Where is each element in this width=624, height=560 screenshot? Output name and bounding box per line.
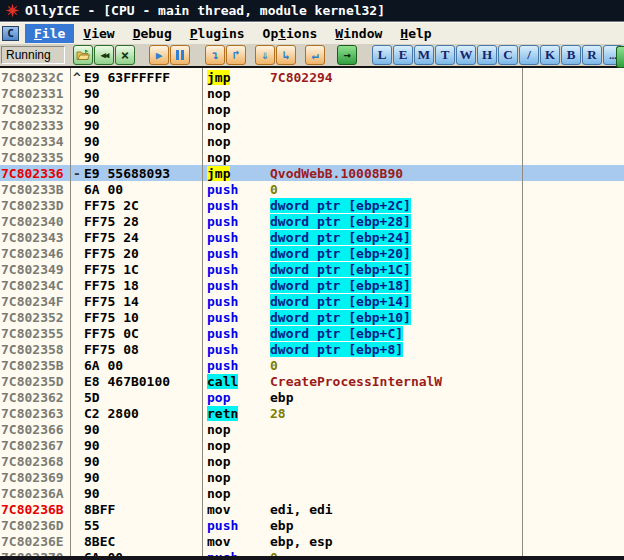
disasm-row[interactable]: 7C80236990nop (0, 469, 624, 485)
menu-item-debug[interactable]: Debug (124, 24, 181, 43)
mnemonic: nop (207, 86, 230, 101)
mnemonic-cell: pop (207, 390, 270, 405)
disasm-row[interactable]: 7C802340FF75 28pushdword ptr [ebp+28] (0, 213, 624, 229)
mnemonic-cell: nop (207, 470, 270, 485)
disasm-row[interactable]: 7C80236D55pushebp (0, 517, 624, 533)
disasm-row[interactable]: 7C80236890nop (0, 453, 624, 469)
menu-label-accel: F (34, 26, 42, 41)
operand-cell: 7C802294 (270, 70, 624, 85)
disasm-row[interactable]: 7C80233190nop (0, 85, 624, 101)
disasm-row[interactable]: 7C802343FF75 24pushdword ptr [ebp+24] (0, 229, 624, 245)
menu-item-file[interactable]: File (25, 24, 74, 43)
restart-button[interactable]: ◀◀ (94, 45, 114, 65)
hex-bytes-cell: 8BEC (84, 534, 202, 549)
disasm-row[interactable]: 7C802349FF75 1Cpushdword ptr [ebp+1C] (0, 261, 624, 277)
hex-bytes-cell: 90 (84, 470, 202, 485)
menu-item-view[interactable]: View (74, 24, 123, 43)
view-cpu-button[interactable]: C (498, 45, 518, 65)
menu-item-help[interactable]: Help (391, 24, 440, 43)
execute-till-user-button[interactable]: → (337, 45, 357, 65)
step-over-button[interactable]: ↱ (226, 45, 246, 65)
disasm-row[interactable]: 7C802336-E9 55688093jmpQvodWebB.10008B90 (0, 165, 624, 181)
view-windows-button[interactable]: W (456, 45, 476, 65)
disasm-row[interactable]: 7C802363C2 2800retn28 (0, 405, 624, 421)
comment-column-separator[interactable] (522, 68, 523, 560)
disasm-row[interactable]: 7C802346FF75 20pushdword ptr [ebp+20] (0, 245, 624, 261)
operand-cell: dword ptr [ebp+18] (270, 278, 624, 293)
disasm-row[interactable]: 7C80233B6A 00push0 (0, 181, 624, 197)
mnemonic-cell: nop (207, 438, 270, 453)
disasm-row[interactable]: 7C80235B6A 00push0 (0, 357, 624, 373)
disasm-row[interactable]: 7C80233590nop (0, 149, 624, 165)
menu-item-window[interactable]: Window (326, 24, 391, 43)
return-icon: ↵ (311, 49, 318, 61)
toolbar-letter-label: / (527, 47, 531, 63)
view-patches-button[interactable]: / (519, 45, 539, 65)
address-cell: 7C802352 (0, 310, 70, 325)
operand-cell: dword ptr [ebp+2C] (270, 198, 624, 213)
step-into-button[interactable]: ↴ (205, 45, 225, 65)
disasm-row[interactable]: 7C80233390nop (0, 117, 624, 133)
open-file-button[interactable] (73, 45, 93, 65)
address-cell: 7C80236D (0, 518, 70, 533)
animate-over-button[interactable]: ↳ (276, 45, 296, 65)
disasm-row[interactable]: 7C80232C^E9 63FFFFFFjmp7C802294 (0, 69, 624, 85)
mnemonic: push (207, 278, 238, 293)
menu-label-accel: t (278, 26, 286, 41)
animate-into-button[interactable]: ⇓ (255, 45, 275, 65)
mnemonic-cell: push (207, 358, 270, 373)
toolbar-partial-button[interactable] (616, 46, 624, 68)
run-button[interactable]: ▶ (149, 45, 169, 65)
view-threads-button[interactable]: T (435, 45, 455, 65)
view-breakpoints-button[interactable]: B (561, 45, 581, 65)
disasm-row[interactable]: 7C80236E8BECmovebp, esp (0, 533, 624, 549)
mnemonic-cell: nop (207, 150, 270, 165)
disasm-row[interactable]: 7C80236690nop (0, 421, 624, 437)
address-cell: 7C802340 (0, 214, 70, 229)
mnemonic: push (207, 518, 238, 533)
disassembly-pane[interactable]: 7C80232C^E9 63FFFFFFjmp7C8022947C8023319… (0, 68, 624, 560)
child-window-icon[interactable]: C (2, 26, 19, 41)
disasm-row[interactable]: 7C80234CFF75 18pushdword ptr [ebp+18] (0, 277, 624, 293)
disasm-row[interactable]: 7C8023625Dpopebp (0, 389, 624, 405)
menu-label-post: elp (408, 26, 431, 41)
hex-bytes-cell: 5D (84, 390, 202, 405)
operand: dword ptr [ebp+20] (270, 246, 411, 261)
hex-bytes-cell: 6A 00 (84, 182, 202, 197)
address-cell: 7C802343 (0, 230, 70, 245)
disasm-row[interactable]: 7C802355FF75 0Cpushdword ptr [ebp+C] (0, 325, 624, 341)
mnemonic-cell: push (207, 294, 270, 309)
menu-item-plugins[interactable]: Plugins (181, 24, 254, 43)
disasm-row[interactable]: 7C80233290nop (0, 101, 624, 117)
mnemonic-cell: retn (207, 406, 270, 421)
execute-till-return-button[interactable]: ↵ (305, 45, 325, 65)
disasm-row[interactable]: 7C80236790nop (0, 437, 624, 453)
operand: edi, edi (270, 502, 333, 517)
disasm-row[interactable]: 7C802358FF75 08pushdword ptr [ebp+8] (0, 341, 624, 357)
operand-cell: dword ptr [ebp+14] (270, 294, 624, 309)
mnemonic: nop (207, 470, 230, 485)
toolbar-letter-label: T (441, 47, 450, 63)
disasm-row[interactable]: 7C80235DE8 467B0100callCreateProcessInte… (0, 373, 624, 389)
view-references-button[interactable]: R (582, 45, 602, 65)
pause-button[interactable] (170, 45, 190, 65)
address-cell: 7C802331 (0, 86, 70, 101)
view-memory-button[interactable]: M (414, 45, 434, 65)
address-cell: 7C80234C (0, 278, 70, 293)
mnemonic: push (207, 246, 238, 261)
view-log-button[interactable]: L (372, 45, 392, 65)
view-executables-button[interactable]: E (393, 45, 413, 65)
disasm-row[interactable]: 7C80233490nop (0, 133, 624, 149)
disasm-row[interactable]: 7C80236B8BFFmovedi, edi (0, 501, 624, 517)
disasm-row[interactable]: 7C80233DFF75 2Cpushdword ptr [ebp+2C] (0, 197, 624, 213)
disasm-row[interactable]: 7C80234FFF75 14pushdword ptr [ebp+14] (0, 293, 624, 309)
view-handles-button[interactable]: H (477, 45, 497, 65)
hex-bytes-cell: 55 (84, 518, 202, 533)
operand: ebp (270, 518, 293, 533)
view-call-stack-button[interactable]: K (540, 45, 560, 65)
disasm-row[interactable]: 7C802352FF75 10pushdword ptr [ebp+10] (0, 309, 624, 325)
disasm-row[interactable]: 7C80236A90nop (0, 485, 624, 501)
menu-label-post: ile (42, 26, 65, 41)
menu-item-options[interactable]: Options (254, 24, 327, 43)
close-button[interactable]: × (115, 45, 135, 65)
